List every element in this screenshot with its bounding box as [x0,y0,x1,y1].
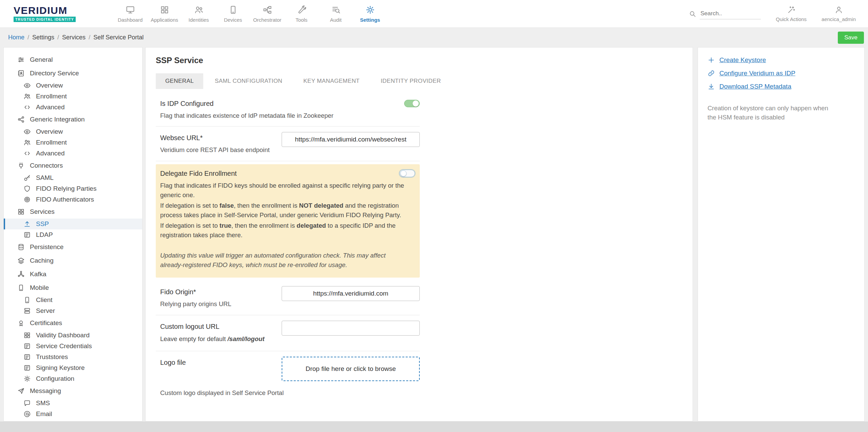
cert-icon [17,319,25,327]
fido-origin-input[interactable] [282,286,420,301]
sidebar-item-saml[interactable]: SAML [4,172,142,183]
is-idp-configured-toggle[interactable] [404,100,420,107]
logo-dropzone[interactable]: Drop file here or click to browse [282,357,420,381]
sidebar-item-label: Truststores [36,353,68,361]
tab-general[interactable]: GENERAL [156,73,203,89]
sidebar-item-ldap[interactable]: LDAP [4,229,142,240]
sidebar-item-configuration[interactable]: Configuration [4,373,142,384]
sidebar-item-fido-relying-parties[interactable]: FIDO Relying Parties [4,183,142,194]
user-menu[interactable]: aencica_admin [822,5,856,22]
sidebar-item-certificates[interactable]: Certificates [4,316,142,330]
sidebar-item-service-credentials[interactable]: Service Credentials [4,341,142,352]
field-fido-origin: Fido Origin* Relying party origins URL [156,281,420,315]
sliders-icon [17,56,25,63]
websec-url-label: Websec URL* [160,134,273,142]
action-link-create-keystore[interactable]: Create Keystore [707,56,855,64]
nav-item-tools[interactable]: Tools [284,0,319,27]
nav-item-orchestrator[interactable]: Orchestrator [250,0,284,27]
sidebar-item-enrollment[interactable]: Enrollment [4,91,142,102]
nav-item-identities[interactable]: Identities [182,0,216,27]
username-label: aencica_admin [822,16,856,22]
nav-item-settings[interactable]: Settings [353,0,387,27]
breadcrumb: Home/Settings/Services/Self Service Port… [8,34,147,41]
sidebar-item-validity-dashboard[interactable]: Validity Dashboard [4,330,142,341]
main-navigation: DashboardApplicationsIdentitiesDevicesOr… [113,0,387,27]
tab-saml-configuration[interactable]: SAML CONFIGURATION [205,73,292,89]
sidebar-item-label: Advanced [36,150,65,157]
nav-item-audit[interactable]: Audit [319,0,353,27]
nav-item-dashboard[interactable]: Dashboard [113,0,147,27]
field-websec-url: Websec URL* Veridium core REST API base … [156,127,420,161]
sidebar-item-label: Enrollment [36,93,67,100]
tab-identity-provider[interactable]: IDENTITY PROVIDER [371,73,450,89]
sidebar-item-ssp[interactable]: SSP [4,219,142,229]
layers-icon [17,257,25,264]
sidebar-item-label: Configuration [36,375,74,382]
sidebar-item-truststores[interactable]: Truststores [4,352,142,362]
nav-item-applications[interactable]: Applications [147,0,182,27]
sidebar-item-kafka[interactable]: Kafka [4,267,142,281]
sidebar-item-advanced[interactable]: Advanced [4,148,142,159]
sidebar-item-fido-authenticators[interactable]: FIDO Authenticators [4,194,142,205]
sidebar-item-label: Services [30,208,55,215]
sidebar-item-label: Connectors [30,162,63,169]
sidebar-item-services[interactable]: Services [4,205,142,219]
sidebar-item-label: Validity Dashboard [36,332,90,339]
sidebar-item-enrollment[interactable]: Enrollment [4,137,142,148]
sidebar-item-email[interactable]: Email [4,409,142,419]
sidebar-item-label: Generic Integration [30,116,85,123]
people-icon [23,139,31,146]
sidebar-item-label: General [30,56,53,63]
key-icon [23,174,31,182]
sidebar-item-signing-keystore[interactable]: Signing Keystore [4,362,142,373]
websec-url-input[interactable] [282,132,420,147]
brand-logo[interactable]: VERIDIUM TRUSTED DIGITAL IDENTITY [14,5,76,22]
sidebar-item-label: Caching [30,257,54,264]
breadcrumb-item-settings[interactable]: Settings [32,34,54,41]
search-icon [689,10,696,18]
sidebar-item-sms[interactable]: SMS [4,398,142,409]
toggle-knob [413,100,419,107]
list-icon [23,342,31,350]
is-idp-configured-label: Is IDP Configured [160,100,338,108]
sidebar-item-server[interactable]: Server [4,305,142,316]
nav-item-devices[interactable]: Devices [216,0,250,27]
action-link-download-ssp-metadata[interactable]: Download SSP Metadata [707,83,855,90]
fido-origin-description: Relying party origins URL [160,300,273,308]
field-is-idp-configured: Is IDP Configured Flag that indicates ex… [156,92,420,127]
action-link-configure-veridium-as-idp[interactable]: Configure Veridium as IDP [707,70,855,77]
nav-item-label: Dashboard [118,17,143,23]
quick-actions-button[interactable]: Quick Actions [776,5,807,22]
upload-icon [23,220,31,228]
search-input[interactable] [700,8,761,19]
ssp-general-form: Is IDP Configured Flag that indicates ex… [156,92,420,397]
delegate-fido-toggle[interactable] [399,170,415,177]
flow-icon [263,5,272,15]
custom-logout-input[interactable] [282,321,420,336]
sidebar-item-mobile[interactable]: Mobile [4,281,142,295]
sidebar-item-directory-service[interactable]: Directory Service [4,67,142,80]
sidebar-item-overview[interactable]: Overview [4,126,142,137]
sidebar-item-generic-integration[interactable]: Generic Integration [4,113,142,126]
breadcrumb-item-home[interactable]: Home [8,34,24,41]
sidebar-item-label: FIDO Relying Parties [36,185,96,192]
sidebar-item-advanced[interactable]: Advanced [4,102,142,113]
tab-key-management[interactable]: KEY MANAGEMENT [294,73,369,89]
hub-icon [17,270,25,278]
custom-logout-label: Custom logout URL [160,323,273,331]
sidebar-item-persistence[interactable]: Persistence [4,240,142,254]
download-icon [707,83,715,90]
gear-icon [365,5,375,15]
sidebar-item-caching[interactable]: Caching [4,254,142,267]
save-button[interactable]: Save [838,32,864,44]
mobile-icon [228,5,238,15]
sidebar-item-connectors[interactable]: Connectors [4,159,142,172]
field-delegate-fido-enrollment: Delegate Fido Enrollment Flag that indic… [156,164,420,278]
sidebar-item-general[interactable]: General [4,53,142,67]
sidebar-item-messaging[interactable]: Messaging [4,384,142,398]
sidebar-item-client[interactable]: Client [4,295,142,305]
book-icon [17,70,25,77]
breadcrumb-item-services[interactable]: Services [62,34,86,41]
sidebar-item-overview[interactable]: Overview [4,80,142,91]
gear-icon [23,375,31,382]
